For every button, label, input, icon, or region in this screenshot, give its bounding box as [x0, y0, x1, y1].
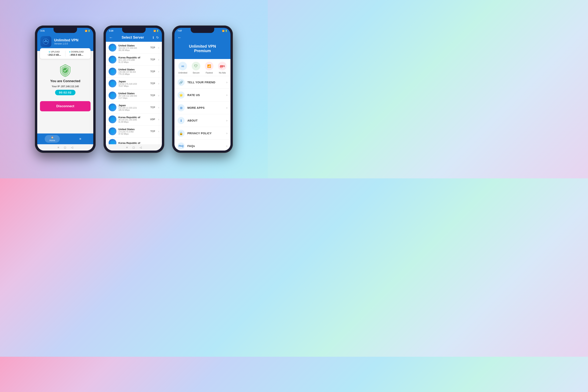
phone-2-header: ← Select Server ℹ ↻	[106, 33, 162, 42]
svg-point-6	[63, 68, 68, 73]
privacy-icon: 🔒	[178, 130, 185, 137]
server-protocol-5: TCP	[150, 94, 155, 97]
info-icon[interactable]: ℹ	[153, 36, 154, 40]
server-info-7: Korea Republic of 39.119.161.140:1695 91…	[118, 116, 148, 123]
server-info-2: Korea Republic of 59.1.145.174:1288 91.2…	[118, 56, 148, 63]
download-value: ↓858.5 kB...	[70, 53, 83, 56]
premium-header-area: Unlimited VPN Premium	[174, 41, 230, 59]
server-ip-1: 163.182.174.159:443	[118, 47, 148, 49]
phone-3-screen: 7:07 📶 🔋 ← Unlimited VPN Premium ∞ Unlim…	[174, 28, 230, 150]
no-ads-label: No Ads	[219, 72, 226, 74]
server-protocol-6: TCP	[150, 106, 155, 109]
server-globe-8: 🌐	[108, 128, 116, 135]
tell-friend-label: TELL YOUR FRIEND	[188, 81, 224, 84]
server-name-2: Korea Republic of	[118, 56, 148, 59]
menu-faqs[interactable]: FAQ FAQs ›	[174, 140, 230, 150]
premium-title: Unlimited VPN Premium	[178, 42, 227, 56]
phone-1-content: ⊙ UPLOAD ↑242.0 kB... ⊙ DOWNLOAD ↓858.5 …	[37, 51, 93, 134]
stats-bar: ⊙ UPLOAD ↑242.0 kB... ⊙ DOWNLOAD ↓858.5 …	[40, 48, 90, 59]
menu-about[interactable]: ℹ ABOUT ›	[174, 114, 230, 127]
server-item-5[interactable]: 🌐 United States 207.148.112.140:443 3.17…	[106, 90, 162, 102]
server-speed-3: 776.15 Mbps	[118, 73, 148, 75]
chevron-8: ›	[158, 130, 159, 133]
server-name-5: United States	[118, 92, 148, 95]
server-ip-6: 210.169.12.225:1221	[118, 107, 148, 109]
server-globe-3: 🌐	[108, 68, 116, 76]
phone-3-time: 7:07	[178, 30, 182, 32]
app-version: Version 1.0.0	[54, 42, 78, 45]
server-item-4[interactable]: 🌐 Japan 116.82.176.218:1433 79.67 Mbps T…	[106, 78, 162, 90]
privacy-chevron: ›	[226, 132, 227, 135]
menu-privacy-policy[interactable]: 🔒 PRIVACY POLICY ›	[174, 127, 230, 140]
gesture-home: ◻	[64, 146, 66, 149]
gesture-back-2: ◁	[140, 146, 142, 149]
back-arrow-3[interactable]: ←	[178, 35, 182, 40]
menu-tell-friend[interactable]: 🔗 TELL YOUR FRIEND ›	[174, 76, 230, 89]
upload-label: UPLOAD	[51, 51, 60, 53]
server-info-9: Korea Republic of	[118, 142, 159, 144]
server-info-3: United States 139.180.147.96:443 776.15 …	[118, 68, 148, 75]
server-name-9: Korea Republic of	[118, 142, 159, 144]
tell-friend-icon: 🔗	[178, 79, 185, 86]
phone-3-header: ←	[174, 33, 230, 41]
shield-icon	[58, 64, 72, 77]
server-globe-4: 🌐	[108, 80, 116, 88]
nav-home[interactable]: 🏠 Home	[45, 135, 60, 143]
phone-2: 3:28 📶 🔋 ← Select Server ℹ ↻ 🌐 United St…	[104, 26, 164, 153]
refresh-icon[interactable]: ↻	[156, 36, 159, 40]
about-label: ABOUT	[188, 119, 224, 122]
phone-3-notch	[191, 28, 214, 33]
upload-stat: ⊙ UPLOAD ↑242.0 kB...	[43, 51, 65, 56]
fastest-icon: 📶	[205, 62, 214, 70]
server-ip-7: 39.119.161.140:1695	[118, 119, 148, 121]
server-ip-2: 59.1.145.174:1288	[118, 59, 148, 61]
server-item-8[interactable]: 🌐 United States 173.233.73.3:992 37.82 M…	[106, 126, 162, 138]
feature-secure: 🛡 Secure	[192, 62, 200, 74]
app-name: Unlimited VPN	[54, 38, 78, 42]
disconnect-button[interactable]: Disconnect	[40, 101, 90, 111]
server-ip-3: 139.180.147.96:443	[118, 71, 148, 73]
about-icon: ℹ	[178, 117, 185, 124]
feature-fastest: 📶 Fastest	[205, 62, 214, 74]
menu-rate-us[interactable]: ⭐ RATE US ›	[174, 89, 230, 102]
server-info-8: United States 173.233.73.3:992 37.82 Mbp…	[118, 128, 148, 135]
server-info-1: United States 163.182.174.159:443 391.86…	[118, 44, 148, 51]
fastest-label: Fastest	[206, 72, 213, 74]
server-globe-6: 🌐	[108, 104, 116, 111]
chevron-2: ›	[158, 58, 159, 61]
server-name-6: Japan	[118, 104, 148, 107]
server-speed-4: 79.67 Mbps	[118, 85, 148, 87]
server-item-1[interactable]: 🌐 United States 163.182.174.159:443 391.…	[106, 42, 162, 54]
rate-us-label: RATE US	[188, 94, 224, 97]
phone-2-notch	[122, 28, 146, 33]
download-label: DOWNLOAD	[71, 51, 84, 53]
rate-us-chevron: ›	[226, 93, 227, 97]
gesture-home-2: ◻	[132, 146, 135, 149]
chevron-7: ›	[158, 118, 159, 121]
server-item-2[interactable]: 🌐 Korea Republic of 59.1.145.174:1288 91…	[106, 54, 162, 66]
svg-text:VPN: VPN	[44, 40, 48, 43]
server-item-9-partial[interactable]: 🌐 Korea Republic of	[106, 138, 162, 144]
grid-icon: ⊞	[80, 138, 81, 140]
menu-more-apps[interactable]: ⊞ MORE APPS ›	[174, 102, 230, 114]
server-speed-7: 91.89 Mbps	[118, 121, 148, 123]
app-logo: VPN	[40, 36, 51, 47]
rate-us-icon: ⭐	[178, 92, 185, 98]
server-item-3[interactable]: 🌐 United States 139.180.147.96:443 776.1…	[106, 66, 162, 78]
gesture-menu: ≡	[58, 146, 59, 149]
server-item-6[interactable]: 🌐 Japan 210.169.12.225:1221 185.54 Mbps …	[106, 102, 162, 114]
server-protocol-2: TCP	[150, 58, 155, 61]
server-item-7[interactable]: 🌐 Korea Republic of 39.119.161.140:1695 …	[106, 114, 162, 126]
chevron-4: ›	[158, 82, 159, 85]
server-globe-7: 🌐	[108, 116, 116, 123]
nav-grid[interactable]: ⊞	[75, 136, 86, 141]
nav-home-label: Home	[50, 139, 55, 142]
server-name-3: United States	[118, 68, 148, 71]
phone-1-body: 3:31 📶 🔋 VPN Unlimited VPN	[35, 26, 96, 153]
server-ip-8: 173.233.73.3:992	[118, 131, 148, 133]
back-arrow-2[interactable]: ←	[109, 35, 113, 40]
server-protocol-8: TCP	[150, 130, 155, 133]
select-server-title: Select Server	[122, 36, 144, 40]
features-row: ∞ Unlimited 🛡 Secure 📶 Fastest	[174, 59, 230, 76]
server-ip-5: 207.148.112.140:443	[118, 95, 148, 97]
